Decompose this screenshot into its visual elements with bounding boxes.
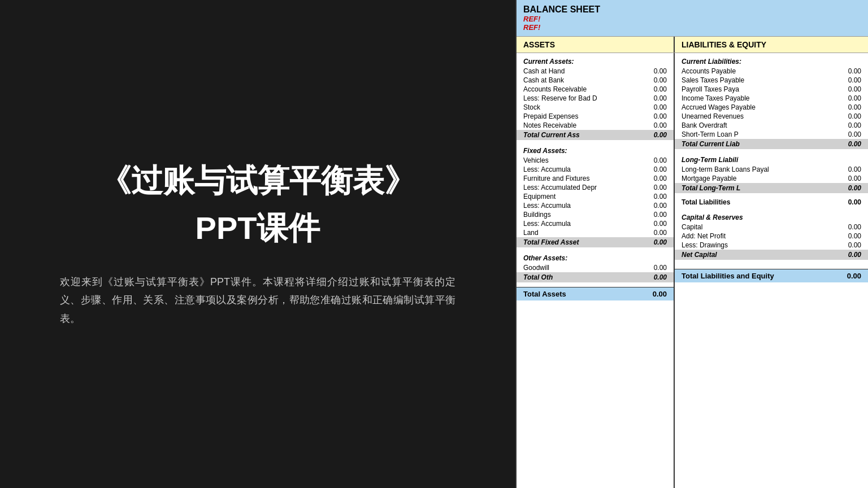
- list-item: Less: Reserve for Bad D 0.00: [517, 94, 674, 103]
- bs-header: BALANCE SHEET REF! REF!: [517, 0, 868, 36]
- col-assets-label: ASSETS: [517, 37, 675, 53]
- list-item: Unearned Revenues 0.00: [675, 112, 868, 121]
- list-item: Less: Accumulated Depr 0.00: [517, 183, 674, 192]
- total-other-assets: Total Oth 0.00: [517, 272, 674, 282]
- total-liabilities: Total Liabilities 0.00: [675, 198, 868, 207]
- list-item: Mortgage Payable 0.00: [675, 174, 868, 183]
- main-title: 《过账与试算平衡表》: [99, 160, 416, 202]
- net-capital: Net Capital 0.00: [675, 250, 868, 260]
- list-item: Vehicles 0.00: [517, 156, 674, 165]
- col-liabilities-label: LIABILITIES & EQUITY: [675, 37, 868, 53]
- list-item: Bank Overdraft 0.00: [675, 121, 868, 130]
- list-item: Accounts Payable 0.00: [675, 67, 868, 76]
- total-longterm-liabilities: Total Long-Term L 0.00: [675, 183, 868, 193]
- bs-ref1: REF!: [523, 15, 861, 23]
- list-item: Accrued Wages Payable 0.00: [675, 103, 868, 112]
- list-item: Prepaid Expenses 0.00: [517, 112, 674, 121]
- current-liabilities-header: Current Liabilities:: [675, 55, 868, 67]
- bs-ref2: REF!: [523, 23, 861, 32]
- assets-column: Current Assets: Cash at Hand 0.00 Cash a…: [517, 53, 675, 488]
- longterm-liabilities-header: Long-Term Liabili: [675, 154, 868, 165]
- list-item: Add: Net Profit 0.00: [675, 232, 868, 241]
- list-item: Cash at Bank 0.00: [517, 76, 674, 85]
- bs-title: BALANCE SHEET: [523, 5, 861, 15]
- list-item: Accounts Receivable 0.00: [517, 85, 674, 94]
- list-item: Long-term Bank Loans Payal 0.00: [675, 165, 868, 174]
- list-item: Goodwill 0.00: [517, 263, 674, 272]
- col-headers: ASSETS LIABILITIES & EQUITY: [517, 36, 868, 53]
- list-item: Equipment 0.00: [517, 192, 674, 201]
- capital-reserves-header: Capital & Reserves: [675, 211, 868, 223]
- total-liabilities-equity: Total Liabilities and Equity 0.00: [675, 269, 868, 282]
- list-item: Less: Drawings 0.00: [675, 241, 868, 250]
- list-item: Cash at Hand 0.00: [517, 67, 674, 76]
- left-panel: 《过账与试算平衡表》 PPT课件 欢迎来到《过账与试算平衡表》PPT课件。本课程…: [0, 0, 515, 488]
- total-assets-row: Total Assets 0.00: [517, 287, 674, 300]
- list-item: Income Taxes Payable 0.00: [675, 94, 868, 103]
- list-item: Stock 0.00: [517, 103, 674, 112]
- list-item: Payroll Taxes Paya 0.00: [675, 85, 868, 94]
- current-assets-header: Current Assets:: [517, 55, 674, 67]
- list-item: Less: Accumula 0.00: [517, 201, 674, 210]
- sub-title: PPT课件: [196, 207, 320, 250]
- list-item: Furniture and Fixtures 0.00: [517, 174, 674, 183]
- bs-content: Current Assets: Cash at Hand 0.00 Cash a…: [517, 53, 868, 488]
- list-item: Land 0.00: [517, 228, 674, 237]
- right-panel: BALANCE SHEET REF! REF! ASSETS LIABILITI…: [515, 0, 868, 488]
- total-current-assets: Total Current Ass 0.00: [517, 130, 674, 140]
- other-assets-header: Other Assets:: [517, 252, 674, 263]
- list-item: Notes Receivable 0.00: [517, 121, 674, 130]
- list-item: Buildings 0.00: [517, 210, 674, 219]
- description: 欢迎来到《过账与试算平衡表》PPT课件。本课程将详细介绍过账和试算平衡表的定义、…: [60, 273, 455, 328]
- list-item: Capital 0.00: [675, 223, 868, 232]
- total-fixed-assets: Total Fixed Asset 0.00: [517, 237, 674, 247]
- list-item: Sales Taxes Payable 0.00: [675, 76, 868, 85]
- list-item: Less: Accumula 0.00: [517, 219, 674, 228]
- fixed-assets-header: Fixed Assets:: [517, 145, 674, 156]
- list-item: Short-Term Loan P 0.00: [675, 130, 868, 139]
- total-current-liabilities: Total Current Liab 0.00: [675, 139, 868, 149]
- liabilities-column: Current Liabilities: Accounts Payable 0.…: [675, 53, 868, 488]
- list-item: Less: Accumula 0.00: [517, 165, 674, 174]
